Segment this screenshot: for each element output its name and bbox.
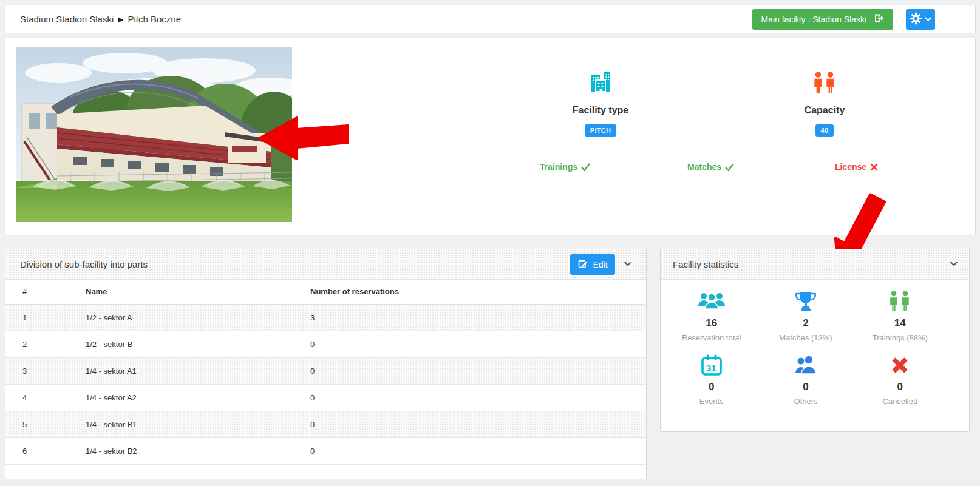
division-table: # Name Number of reservations 1 1/2 - se… bbox=[5, 280, 646, 465]
row-index: 6 bbox=[5, 437, 86, 464]
stat-others: 0 Others bbox=[758, 353, 852, 406]
license-flag: License bbox=[796, 162, 917, 172]
table-row[interactable]: 2 1/2 - sektor B 0 bbox=[5, 331, 646, 357]
stat-label: Events bbox=[664, 397, 758, 406]
facility-photo bbox=[16, 47, 292, 222]
edit-button[interactable]: Edit bbox=[570, 254, 615, 275]
row-name: 1/4 - sektor A1 bbox=[86, 357, 310, 384]
stat-value: 0 bbox=[853, 381, 947, 393]
breadcrumb-current: Pitch Boczne bbox=[128, 14, 181, 24]
row-name: 1/2 - sektor B bbox=[86, 331, 310, 357]
stat-value: 2 bbox=[758, 317, 852, 329]
statistics-collapse-chevron-icon[interactable] bbox=[950, 260, 958, 269]
stat-events: 31 0 Events bbox=[664, 353, 758, 406]
capacity-badge: 40 bbox=[815, 124, 834, 137]
stat-value: 16 bbox=[664, 317, 758, 329]
gear-icon bbox=[910, 12, 922, 27]
matches-flag-label: Matches bbox=[687, 162, 721, 172]
capacity-block: Capacity 40 bbox=[758, 70, 891, 137]
table-row[interactable]: 5 1/4 - sektor B1 0 bbox=[5, 411, 646, 437]
stat-trainings: 14 Trainings (88%) bbox=[853, 289, 947, 342]
breadcrumb: Stadium Stadion Slaski ▶ Pitch Boczne bbox=[20, 14, 181, 24]
group-icon bbox=[664, 289, 758, 314]
row-index: 2 bbox=[5, 331, 86, 357]
edit-icon bbox=[577, 258, 588, 271]
table-row[interactable]: 1 1/2 - sektor A 3 bbox=[5, 304, 646, 331]
person-icon bbox=[758, 353, 852, 377]
stat-label: Others bbox=[758, 397, 852, 406]
cancelled-x-icon bbox=[853, 353, 947, 377]
buildings-icon bbox=[534, 70, 667, 95]
stat-label: Trainings (88%) bbox=[853, 333, 947, 342]
row-reservations: 0 bbox=[310, 411, 646, 437]
facility-overview-panel: Facility type PITCH Capacity 40 Training… bbox=[5, 38, 976, 235]
facility-type-badge: PITCH bbox=[585, 124, 617, 137]
capacity-label: Capacity bbox=[758, 105, 891, 116]
stat-reservation-total: 16 Reservation total bbox=[664, 289, 758, 342]
chevron-down-icon bbox=[925, 15, 931, 24]
exit-icon bbox=[873, 12, 885, 26]
row-reservations: 3 bbox=[310, 304, 646, 331]
trainings-flag-label: Trainings bbox=[540, 162, 577, 172]
stat-value: 0 bbox=[758, 381, 852, 393]
row-index: 5 bbox=[5, 411, 86, 437]
breadcrumb-parent: Stadium Stadion Slaski bbox=[20, 14, 114, 24]
calendar-icon: 31 bbox=[664, 353, 758, 377]
matches-flag: Matches bbox=[650, 162, 772, 172]
row-reservations: 0 bbox=[310, 384, 646, 411]
stat-cancelled: 0 Cancelled bbox=[853, 353, 947, 406]
facility-statistics-panel: Facility statistics 16 Reservation total bbox=[660, 249, 970, 432]
row-reservations: 0 bbox=[310, 357, 646, 384]
col-name: Name bbox=[86, 280, 310, 304]
row-index: 3 bbox=[5, 357, 86, 384]
capacity-people-icon bbox=[758, 70, 891, 95]
table-row[interactable]: 6 1/4 - sektor B2 0 bbox=[5, 437, 646, 464]
stat-matches: 2 Matches (13%) bbox=[758, 289, 852, 342]
stat-label: Cancelled bbox=[853, 397, 947, 406]
facility-type-label: Facility type bbox=[534, 105, 667, 116]
row-name: 1/4 - sektor B2 bbox=[86, 437, 310, 464]
col-reservations: Number of reservations bbox=[310, 280, 646, 304]
stat-value: 0 bbox=[664, 381, 758, 393]
check-icon bbox=[721, 162, 735, 172]
trainings-flag: Trainings bbox=[505, 162, 626, 172]
table-row[interactable]: 4 1/4 - sektor A2 0 bbox=[5, 384, 646, 411]
row-index: 1 bbox=[5, 304, 86, 331]
trophy-icon bbox=[758, 289, 852, 314]
row-name: 1/4 - sektor B1 bbox=[86, 411, 310, 437]
main-facility-button[interactable]: Main facility : Stadion Slaski bbox=[752, 9, 893, 30]
row-reservations: 0 bbox=[310, 437, 646, 464]
row-index: 4 bbox=[5, 384, 86, 411]
settings-button[interactable] bbox=[906, 9, 935, 30]
svg-text:31: 31 bbox=[706, 363, 716, 373]
division-collapse-chevron-icon[interactable] bbox=[624, 260, 632, 269]
division-panel: Division of sub-facility into parts Edit… bbox=[5, 249, 647, 479]
breadcrumb-separator-icon: ▶ bbox=[118, 15, 123, 24]
cross-icon bbox=[866, 162, 879, 172]
table-header-row: # Name Number of reservations bbox=[5, 280, 646, 304]
people-icon bbox=[853, 289, 947, 314]
col-index: # bbox=[5, 280, 86, 304]
edit-button-label: Edit bbox=[593, 260, 607, 269]
license-flag-label: License bbox=[835, 162, 866, 172]
row-name: 1/2 - sektor A bbox=[86, 304, 310, 331]
stat-label: Reservation total bbox=[664, 333, 758, 342]
row-name: 1/4 - sektor A2 bbox=[86, 384, 310, 411]
stat-value: 14 bbox=[853, 317, 947, 329]
top-bar: Stadium Stadion Slaski ▶ Pitch Boczne Ma… bbox=[5, 5, 976, 33]
check-icon bbox=[577, 162, 591, 172]
main-facility-label: Main facility : Stadion Slaski bbox=[761, 15, 866, 24]
table-row[interactable]: 3 1/4 - sektor A1 0 bbox=[5, 357, 646, 384]
row-reservations: 0 bbox=[310, 331, 646, 357]
division-panel-title: Division of sub-facility into parts bbox=[20, 259, 148, 269]
facility-type-block: Facility type PITCH bbox=[534, 70, 667, 137]
stat-label: Matches (13%) bbox=[758, 333, 852, 342]
statistics-panel-title: Facility statistics bbox=[673, 259, 738, 269]
